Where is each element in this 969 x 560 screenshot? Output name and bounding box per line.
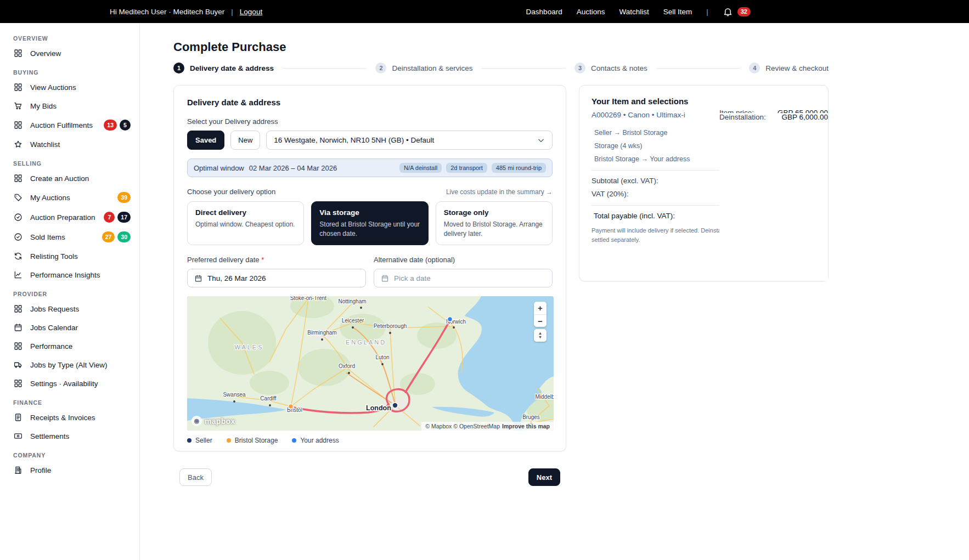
- preferred-date-label-text: Preferred delivery date: [187, 256, 260, 264]
- sidebar-section-overview: OVERVIEWOverview: [13, 35, 134, 63]
- map-label-luton: Luton: [375, 354, 389, 360]
- step-label: Review & checkout: [765, 64, 829, 72]
- sidebar-item-settings-availability[interactable]: Settings · Availability: [13, 374, 134, 393]
- delivery-option-label: Choose your delivery option: [187, 188, 275, 196]
- map-compass-button[interactable]: ▴▾: [534, 329, 547, 342]
- stepper-step-deinstallation-services[interactable]: 2Deinstallation & services: [375, 63, 472, 73]
- nav-watchlist[interactable]: Watchlist: [619, 8, 649, 16]
- sidebar-item-label: Sold Items: [30, 233, 65, 241]
- sidebar-section-title: PROVIDER: [13, 291, 134, 297]
- date-row: Preferred delivery date * Thu, 26 Mar 20…: [187, 256, 553, 287]
- option-card-via-storage[interactable]: Via storageStored at Bristol Storage unt…: [311, 201, 428, 245]
- sidebar-item-watchlist[interactable]: Watchlist: [13, 135, 134, 154]
- sidebar-item-my-auctions[interactable]: My Auctions39: [13, 188, 134, 207]
- alternative-date-placeholder: Pick a date: [394, 274, 431, 282]
- sidebar-item-auction-fulfilments[interactable]: Auction Fulfilments135: [13, 115, 134, 135]
- vat-label: VAT (20%):: [591, 190, 629, 198]
- stepper-step-contacts-notes[interactable]: 3Contacts & notes: [574, 63, 647, 73]
- legend-item-seller: Seller: [187, 437, 212, 444]
- chevron-down-icon: [537, 137, 545, 144]
- stepper-step-review-checkout[interactable]: 4Review & checkout: [749, 63, 829, 73]
- user-greeting: Hi Meditech User · Meditech Buyer: [110, 8, 224, 16]
- sidebar-item-label: Relisting Tools: [30, 252, 78, 261]
- address-row: Saved New 16 Westgate, Norwich, NR10 5NH…: [187, 131, 553, 150]
- map-city-dot: [453, 326, 455, 329]
- sidebar-item-jobs-calendar[interactable]: Jobs Calendar: [13, 318, 134, 337]
- alternative-date-input[interactable]: Pick a date: [374, 269, 553, 287]
- notification-count-badge[interactable]: 32: [737, 7, 751, 16]
- preferred-date-column: Preferred delivery date * Thu, 26 Mar 20…: [187, 256, 366, 287]
- optimal-window-bar: Optimal window 02 Mar 2026 – 04 Mar 2026…: [187, 159, 553, 177]
- improve-map-link[interactable]: Improve this map: [502, 423, 550, 429]
- sidebar-item-performance-insights[interactable]: Performance Insights: [13, 265, 134, 284]
- map-city-dot: [360, 307, 362, 309]
- map-city-dot: [389, 332, 391, 334]
- sidebar-item-create-an-auction[interactable]: Create an Auction: [13, 169, 134, 188]
- next-button[interactable]: Next: [528, 468, 560, 486]
- option-card-direct-delivery[interactable]: Direct deliveryOptimal window. Cheapest …: [187, 201, 304, 245]
- map-label-leicester: Leicester: [342, 318, 364, 324]
- sidebar-item-jobs-requests[interactable]: Jobs Requests: [13, 299, 134, 318]
- preferred-date-input[interactable]: Thu, 26 Mar 2026: [187, 269, 366, 287]
- count-badge: 39: [117, 192, 131, 203]
- calendar-icon: [13, 323, 23, 332]
- option-title: Storage only: [444, 208, 544, 217]
- legend-dot-icon: [187, 438, 191, 443]
- sidebar-item-receipts-invoices[interactable]: Receipts & Invoices: [13, 408, 134, 427]
- bell-icon[interactable]: [723, 7, 733, 17]
- sidebar-item-relisting-tools[interactable]: Relisting Tools: [13, 247, 134, 265]
- count-badge: 27: [102, 231, 115, 242]
- map-legend: SellerBristol StorageYour address: [187, 437, 553, 444]
- truck-icon: [13, 360, 23, 370]
- sidebar-item-overview[interactable]: Overview: [13, 44, 134, 63]
- step-label: Delivery date & address: [190, 64, 274, 72]
- badge-group: 717: [104, 212, 131, 223]
- map-marker-your-address[interactable]: [448, 317, 453, 322]
- delivery-form-card: Delivery date & address Select your Deli…: [173, 85, 566, 451]
- back-button[interactable]: Back: [179, 468, 212, 486]
- sidebar-item-auction-preparation[interactable]: Auction Preparation717: [13, 207, 134, 227]
- grid-icon: [13, 173, 23, 183]
- topbar-nav: Dashboard Auctions Watchlist Sell Item |…: [526, 7, 751, 17]
- map-city-dot: [269, 404, 271, 406]
- map-zoom-out-button[interactable]: −: [534, 314, 547, 327]
- nav-dashboard[interactable]: Dashboard: [526, 8, 562, 16]
- delivery-option-cards: Direct deliveryOptimal window. Cheapest …: [187, 201, 553, 245]
- logout-link[interactable]: Logout: [240, 8, 262, 16]
- sidebar-item-view-auctions[interactable]: View Auctions: [13, 78, 134, 97]
- sidebar-item-sold-items[interactable]: Sold Items2730: [13, 227, 134, 247]
- sidebar-item-label: Create an Auction: [30, 174, 89, 183]
- sidebar-item-performance[interactable]: Performance: [13, 337, 134, 355]
- sidebar-item-settlements[interactable]: Settlements: [13, 427, 134, 445]
- sidebar-section-buying: BUYINGView AuctionsMy BidsAuction Fulfil…: [13, 69, 134, 154]
- sidebar-item-my-bids[interactable]: My Bids: [13, 97, 134, 115]
- route-map[interactable]: Stoke-on-TrentNottinghamLeicesterPeterbo…: [187, 296, 554, 431]
- map-label-england: ENGLAND: [346, 339, 386, 346]
- sidebar-item-label: My Bids: [30, 102, 57, 110]
- map-zoom-in-button[interactable]: +: [534, 302, 547, 314]
- summary-row-value: GBP 6,000.00: [781, 113, 828, 121]
- address-select[interactable]: 16 Westgate, Norwich, NR10 5NH (GB) • De…: [266, 131, 553, 150]
- nav-sell-item[interactable]: Sell Item: [663, 8, 692, 16]
- map-marker-seller[interactable]: [392, 403, 398, 408]
- option-card-storage-only[interactable]: Storage onlyMoved to Bristol Storage. Ar…: [436, 201, 553, 245]
- map-city-dot: [352, 326, 354, 329]
- attribution-text: © Mapbox © OpenStreetMap: [425, 423, 500, 429]
- notification-area: 32: [723, 7, 751, 17]
- separator: |: [706, 8, 708, 16]
- new-address-button[interactable]: New: [230, 131, 260, 150]
- map-marker-bristol-storage[interactable]: [289, 404, 294, 409]
- mapbox-wordmark: mapbox: [205, 417, 235, 426]
- alternative-date-column: Alternative date (optional) Pick a date: [374, 256, 553, 287]
- map-controls: + − ▴▾: [534, 302, 547, 342]
- option-description: Stored at Bristol Storage until your cho…: [319, 220, 420, 238]
- mapbox-logo[interactable]: ◉ mapbox: [191, 416, 235, 426]
- badge-group: 39: [117, 192, 131, 203]
- saved-address-button[interactable]: Saved: [187, 131, 224, 150]
- stepper-step-delivery-date-address[interactable]: 1Delivery date & address: [173, 63, 274, 73]
- sidebar-item-label: Settlements: [30, 432, 69, 440]
- page-title: Complete Purchase: [173, 40, 286, 54]
- nav-auctions[interactable]: Auctions: [577, 8, 605, 16]
- sidebar-item-jobs-by-type-alt-view[interactable]: Jobs by Type (Alt View): [13, 355, 134, 374]
- sidebar-item-profile[interactable]: Profile: [13, 461, 134, 479]
